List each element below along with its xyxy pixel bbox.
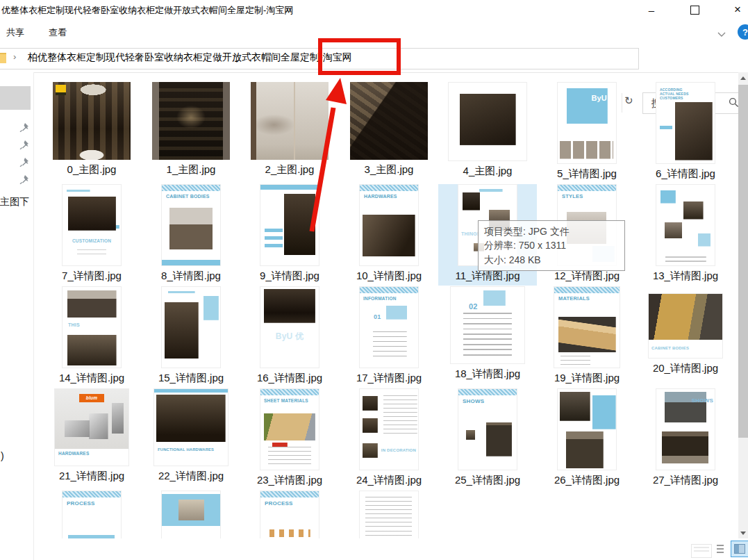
file-thumbnail[interactable] [557,388,617,470]
file-name[interactable]: 14_详情图.jpg [59,372,124,385]
file-name[interactable]: 18_详情图.jpg [455,368,520,381]
file-name[interactable]: 19_详情图.jpg [554,372,620,385]
large-icons-view-button[interactable] [731,541,748,557]
scroll-up-icon[interactable] [738,72,748,83]
file-name[interactable]: 22_详情图.jpg [158,470,224,483]
file-item[interactable]: SHEET MATERIALS23_详情图.jpg [240,388,339,490]
file-thumbnail[interactable] [53,82,131,160]
file-item[interactable]: 13_详情图.jpg [636,184,735,286]
pin-icon[interactable] [19,157,29,167]
file-item[interactable]: INFORMATION0117_详情图.jpg [340,286,438,388]
file-name[interactable]: 5_详情图.jpg [557,167,617,181]
file-thumbnail[interactable]: INFORMATION01 [359,286,419,368]
file-item[interactable] [340,491,438,538]
sidebar-item-drive[interactable]: ) [1,450,4,461]
file-name[interactable]: 26_详情图.jpg [554,474,620,487]
file-name[interactable]: 6_详情图.jpg [656,167,715,181]
pin-icon[interactable] [19,122,29,132]
scrollbar-thumb[interactable] [738,85,748,438]
close-button[interactable]: × [722,0,748,19]
file-item[interactable]: HARDWARESblum21_详情图.jpg [42,388,141,490]
file-thumbnail[interactable]: PROCESS [260,491,319,538]
file-item[interactable]: ByU5_详情图.jpg [538,82,636,183]
file-item[interactable]: 26_详情图.jpg [538,388,636,490]
file-item[interactable]: 0218_详情图.jpg [438,286,537,388]
file-name[interactable]: 27_详情图.jpg [653,474,718,487]
file-thumbnail[interactable]: ByU [557,82,617,164]
file-name[interactable]: 2_主图.jpg [265,163,315,176]
file-item[interactable]: SHOWS27_详情图.jpg [636,388,735,490]
tab-share[interactable]: 共享 [3,25,27,40]
file-thumbnail[interactable] [251,82,329,160]
file-item[interactable]: 1_主图.jpg [142,82,240,183]
file-item[interactable]: 15_详情图.jpg [142,286,240,388]
file-name[interactable]: 24_详情图.jpg [356,474,422,487]
file-item[interactable]: ACCORDING ACTUAL NEEDS CUSTOMERS6_详情图.jp… [636,82,735,183]
file-name[interactable]: 9_详情图.jpg [260,270,319,283]
file-thumbnail[interactable]: 02 [450,286,525,364]
file-name[interactable]: 21_详情图.jpg [59,470,124,483]
file-name[interactable]: 4_主图.jpg [463,165,513,178]
file-name[interactable]: 17_详情图.jpg [356,372,422,385]
file-item[interactable]: MATERIALS19_详情图.jpg [538,286,636,388]
file-item[interactable]: CABINET BODIES8_详情图.jpg [142,184,240,286]
breadcrumb[interactable]: 柏优整体衣柜定制现代轻奢卧室收纳衣柜定做开放式衣帽间全屋定制-淘宝网 [28,51,352,64]
file-name[interactable]: 25_详情图.jpg [455,474,520,487]
file-item[interactable]: THIS14_详情图.jpg [42,286,141,388]
file-name[interactable]: 23_详情图.jpg [257,474,322,487]
file-item[interactable]: PROCESS [240,491,339,538]
file-thumbnail[interactable]: SHOWS [656,388,715,470]
file-thumbnail[interactable]: SHEET MATERIALS [260,388,319,470]
file-item[interactable]: 9_详情图.jpg [240,184,339,286]
file-thumbnail[interactable]: THIS [62,286,122,368]
file-name[interactable]: 16_详情图.jpg [257,372,322,385]
file-name[interactable]: 1_主图.jpg [167,163,216,176]
vertical-scrollbar[interactable] [738,72,748,538]
file-thumbnail[interactable]: PROCESS [62,491,122,538]
file-name[interactable]: 13_详情图.jpg [653,270,718,283]
details-view-button[interactable] [713,543,724,554]
file-thumbnail[interactable] [161,491,221,538]
file-item[interactable]: SHOWS25_详情图.jpg [438,388,537,490]
file-thumbnail[interactable]: ACCORDING ACTUAL NEEDS CUSTOMERS [656,82,715,164]
file-item[interactable]: 4_主图.jpg [438,82,537,183]
file-thumbnail[interactable]: CABINET BODIES [161,184,221,266]
file-name[interactable]: 11_详情图.jpg [455,270,520,283]
file-thumbnail[interactable]: MATERIALS [554,286,620,368]
file-item[interactable]: HARDWARES10_详情图.jpg [340,184,438,286]
file-item[interactable] [142,491,240,538]
file-thumbnail[interactable] [161,286,221,368]
file-item[interactable]: IN DECORATION24_详情图.jpg [340,388,438,490]
file-thumbnail[interactable] [656,184,715,266]
pin-icon[interactable] [19,174,29,184]
file-name[interactable]: 7_详情图.jpg [62,270,122,283]
minimize-button[interactable]: – [635,0,667,19]
help-icon[interactable]: ? [738,24,748,40]
maximize-button[interactable] [679,0,710,19]
file-name[interactable]: 20_详情图.jpg [653,362,718,375]
file-thumbnail[interactable] [350,82,428,160]
pin-icon[interactable] [19,140,29,149]
file-item[interactable]: ByU 优16_详情图.jpg [240,286,339,388]
file-thumbnail[interactable]: ByU 优 [260,286,319,368]
file-item[interactable]: 2_主图.jpg [240,82,339,183]
file-name[interactable]: 15_详情图.jpg [158,372,224,385]
file-thumbnail[interactable] [448,82,527,161]
file-thumbnail[interactable] [152,82,230,160]
file-thumbnail[interactable]: IN DECORATION [359,388,419,470]
file-thumbnail[interactable] [359,491,419,538]
sidebar-item-folder[interactable]: 主图下 [0,196,29,208]
sidebar-selected-item[interactable] [0,86,31,110]
file-thumbnail[interactable]: CUSTOMIZATION [62,184,122,266]
file-item[interactable]: 3_主图.jpg [340,82,438,183]
file-thumbnail[interactable] [260,184,319,266]
file-thumbnail[interactable]: HARDWARESblum [54,388,129,466]
file-name[interactable]: 10_详情图.jpg [356,270,422,283]
file-name[interactable]: 8_详情图.jpg [161,270,221,283]
file-item[interactable]: 0_主图.jpg [42,82,141,183]
ribbon-collapse-chevron-icon[interactable] [717,28,726,40]
tab-view[interactable]: 查看 [46,25,69,40]
file-name[interactable]: 0_主图.jpg [67,163,117,176]
scroll-down-icon[interactable] [738,527,748,538]
file-item[interactable]: FUNCTIONAL HARDWARES22_详情图.jpg [142,388,240,490]
